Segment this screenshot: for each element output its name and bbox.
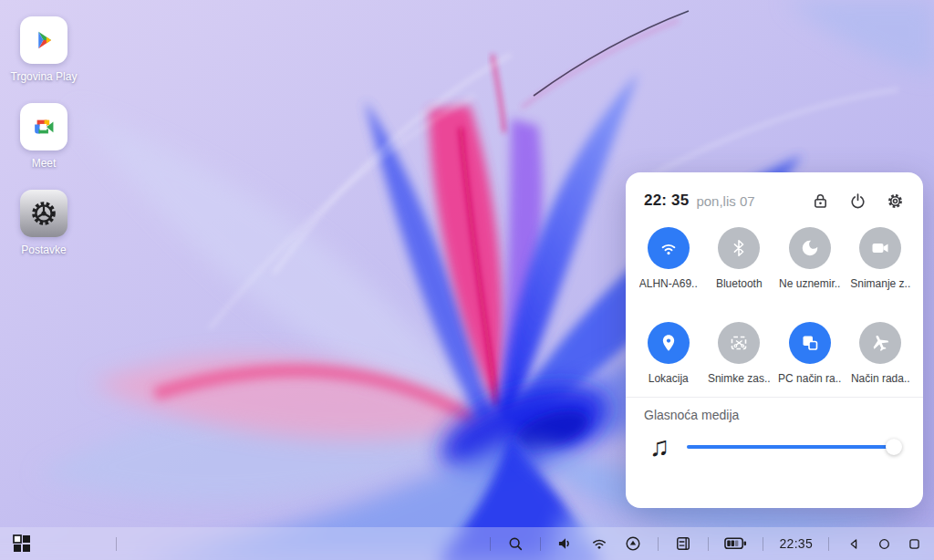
toggle-wifi[interactable]: ALHN-A69.. (633, 227, 704, 290)
task-list-icon[interactable] (674, 534, 692, 553)
shortcut-label: Postavke (21, 244, 66, 256)
toggle-screen-record[interactable]: Snimanje z.. (846, 227, 917, 290)
shortcut-play-store[interactable]: Trgovina Play (0, 16, 88, 83)
toggle-screenshot[interactable]: Snimke zas.. (704, 322, 775, 385)
gear-icon[interactable] (885, 191, 905, 211)
google-meet-icon (20, 103, 67, 150)
eject-updates-icon[interactable] (624, 534, 642, 553)
taskbar-divider (540, 537, 541, 551)
battery-icon[interactable] (724, 537, 747, 550)
nav-back-button[interactable] (846, 536, 862, 552)
taskbar-divider (658, 537, 659, 551)
taskbar-divider (763, 537, 763, 551)
nav-home-button[interactable] (877, 536, 892, 552)
moon-icon (789, 227, 831, 269)
quick-settings-panel: 22: 35 pon,lis 07 (626, 172, 923, 508)
panel-clock: 22: 35 (644, 192, 689, 210)
shortcut-google-meet[interactable]: Meet (0, 103, 88, 170)
battery-fill-group (728, 541, 739, 546)
nav-recents-button[interactable] (907, 536, 922, 552)
volume-icon[interactable] (556, 534, 575, 553)
taskbar-divider (490, 537, 491, 551)
taskbar-divider (708, 537, 709, 551)
slider-fill (687, 445, 895, 449)
navigation-buttons (846, 536, 922, 552)
music-note-icon: ♫ (649, 433, 670, 461)
lock-icon[interactable] (810, 191, 830, 211)
taskbar-clock[interactable]: 22:35 (779, 536, 813, 551)
play-store-icon (20, 16, 67, 64)
toggle-airplane-mode[interactable]: Način rada.. (846, 322, 917, 385)
toggle-location[interactable]: Lokacija (633, 322, 704, 385)
slider-handle[interactable] (886, 439, 902, 455)
taskbar-divider (116, 537, 117, 551)
airplane-icon (859, 322, 901, 364)
toggle-pc-mode[interactable]: PC način ra.. (774, 322, 846, 385)
screen-recorder-icon (859, 227, 901, 269)
shortcut-label: Trgovina Play (11, 70, 78, 83)
shortcut-settings[interactable]: Postavke (0, 190, 88, 256)
desktop-shortcuts: Trgovina Play Meet (0, 16, 88, 276)
panel-date: pon,lis 07 (696, 193, 754, 209)
toggle-do-not-disturb[interactable]: Ne uznemir.. (774, 227, 846, 290)
power-icon[interactable] (847, 191, 867, 211)
media-volume-slider[interactable] (687, 438, 906, 456)
taskbar: 22:35 (0, 527, 934, 560)
settings-app-icon (20, 190, 67, 237)
shortcut-label: Meet (32, 157, 57, 170)
taskbar-divider (828, 537, 829, 551)
quick-toggles-grid: ALHN-A69.. Bluetooth Ne uznemir.. (626, 214, 923, 385)
location-pin-icon (648, 322, 690, 364)
wifi-icon (648, 227, 690, 269)
app-launcher-button[interactable] (12, 534, 32, 554)
panel-action-icons (810, 191, 905, 211)
search-icon[interactable] (506, 534, 524, 553)
bluetooth-icon (718, 227, 760, 269)
toggle-bluetooth[interactable]: Bluetooth (704, 227, 775, 290)
media-volume-title: Glasnoća medija (644, 408, 905, 422)
screenshot-icon (718, 322, 760, 364)
quick-panel-header: 22: 35 pon,lis 07 (626, 172, 923, 214)
media-volume-section: Glasnoća medija ♫ (626, 398, 923, 461)
wifi-status-icon[interactable] (590, 534, 608, 553)
pc-mode-icon (789, 322, 831, 364)
